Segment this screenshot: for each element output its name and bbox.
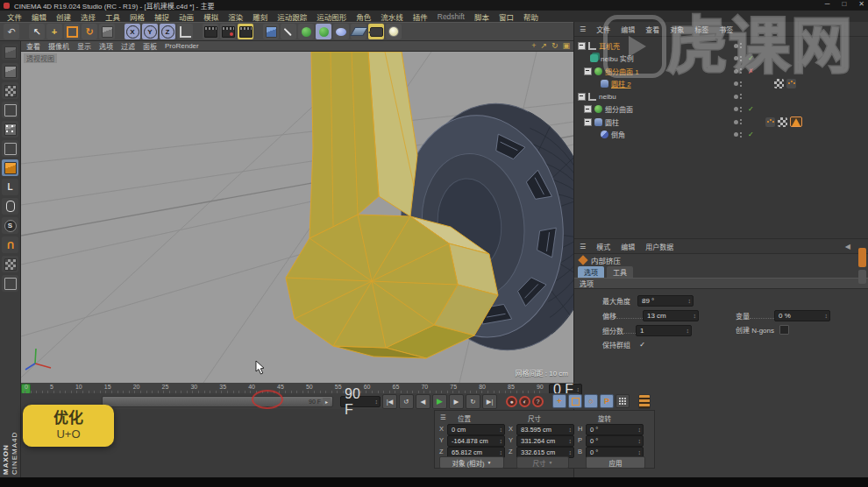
enable-axis-icon[interactable] xyxy=(2,198,18,215)
timeline-range-slider[interactable]: 90 F ▸ xyxy=(102,396,333,407)
menu-edit[interactable]: 编辑 xyxy=(32,11,46,22)
viewport-menu-filter[interactable]: 过滤 xyxy=(121,41,135,51)
scale-tool-icon[interactable] xyxy=(64,24,80,39)
om-menu-edit[interactable]: 编辑 xyxy=(621,25,635,34)
menu-motion-tracker[interactable]: 运动跟踪 xyxy=(277,11,307,22)
minimize-button[interactable]: ─ xyxy=(825,0,830,8)
keyframe-selection-icon[interactable] xyxy=(638,394,651,409)
viewport-zoom-icon[interactable]: ↗ xyxy=(540,41,547,50)
spinner-icon[interactable]: ↕ xyxy=(687,328,690,334)
primitive-cube-icon[interactable] xyxy=(263,24,279,39)
tab-tool[interactable]: 工具 xyxy=(607,266,633,278)
menu-select[interactable]: 选择 xyxy=(81,11,96,22)
phong-tag-icon[interactable] xyxy=(765,117,775,127)
next-frame-button[interactable]: ▶ xyxy=(449,394,464,409)
end-frame-field[interactable]: 90 F↕ xyxy=(340,396,381,407)
object-mode-dropdown[interactable]: 对象 (相对)▼ xyxy=(439,456,504,469)
subdivision-field[interactable]: 1↕ xyxy=(636,325,692,336)
spinner-icon[interactable]: ↕ xyxy=(375,399,379,405)
menu-pipeline[interactable]: 流水线 xyxy=(381,11,403,22)
menu-mograph[interactable]: 运动图形 xyxy=(317,11,346,22)
om-menu-tags[interactable]: 标签 xyxy=(694,25,708,34)
viewport-canvas[interactable]: 透视视图 网格间距 : 10 cm xyxy=(21,52,573,383)
texture-mode-icon[interactable] xyxy=(2,82,18,99)
phong-tag-icon[interactable] xyxy=(786,79,796,88)
keyframe-selection-button[interactable]: ? xyxy=(532,396,544,407)
menu-sculpt[interactable]: 雕刻 xyxy=(253,11,267,22)
axis-mode-icon[interactable]: L xyxy=(2,179,18,195)
spinner-icon[interactable]: ↕ xyxy=(688,298,692,304)
edges-mode-icon[interactable] xyxy=(2,140,18,157)
go-to-start-button[interactable]: |◀ xyxy=(382,394,397,409)
floor-environment-icon[interactable] xyxy=(351,24,366,39)
lock-y-axis-icon[interactable]: Y xyxy=(142,24,158,39)
camera-icon[interactable] xyxy=(368,24,384,39)
spinner-icon[interactable]: ↕ xyxy=(825,313,829,319)
record-scale-toggle[interactable] xyxy=(568,394,582,408)
record-keyframe-button[interactable]: ● xyxy=(506,396,517,407)
tree-row-cylinder-2[interactable]: 圆柱 2 xyxy=(574,78,868,90)
enable-snap-magnet-icon[interactable]: U xyxy=(2,236,18,253)
tree-row-bevel[interactable]: 倒角 ✓ xyxy=(574,129,868,141)
enabled-check-icon[interactable]: ✓ xyxy=(748,54,754,62)
size-x-field[interactable]: 83.595 cm↕ xyxy=(516,424,574,435)
light-icon[interactable] xyxy=(386,24,402,39)
play-backwards-button[interactable]: ↺ xyxy=(399,394,414,409)
last-tool-icon[interactable] xyxy=(99,24,115,39)
move-tool-icon[interactable]: + xyxy=(46,24,62,39)
expander-icon[interactable] xyxy=(578,93,586,101)
spinner-icon[interactable]: ↕ xyxy=(577,386,580,392)
tab-options[interactable]: 选项 xyxy=(578,266,604,278)
previous-frame-button[interactable]: ◀ xyxy=(416,394,430,409)
menu-tools[interactable]: 工具 xyxy=(105,11,120,22)
expander-icon[interactable] xyxy=(584,105,592,113)
texture-tag-icon[interactable] xyxy=(778,117,787,127)
spline-pen-icon[interactable] xyxy=(281,24,296,39)
size-mode-dropdown[interactable]: 尺寸▼ xyxy=(516,456,569,469)
autokey-button[interactable]: ◐ xyxy=(519,396,530,407)
rotate-tool-icon[interactable]: ↻ xyxy=(82,24,97,39)
viewport-menu-camera[interactable]: 摄像机 xyxy=(48,41,69,51)
render-view-icon[interactable] xyxy=(203,24,218,39)
menu-create[interactable]: 创建 xyxy=(56,11,71,22)
hamburger-icon[interactable]: ☰ xyxy=(440,413,446,421)
locked-workplane-icon[interactable] xyxy=(2,275,18,292)
menu-snap[interactable]: 捕捉 xyxy=(154,11,169,22)
history-back-icon[interactable]: ◀ xyxy=(845,243,850,251)
tree-row-neibu[interactable]: neibu xyxy=(574,90,868,102)
menu-script[interactable]: 脚本 xyxy=(474,11,489,22)
enabled-check-icon[interactable]: ✓ xyxy=(748,131,754,138)
expander-icon[interactable] xyxy=(578,42,586,50)
tree-row-subdivision-1[interactable]: 细分曲面 1 ✗ xyxy=(574,65,868,77)
spinner-icon[interactable]: ↕ xyxy=(694,313,697,319)
coordinate-system-icon[interactable] xyxy=(177,24,193,39)
undo-icon[interactable]: ↶ xyxy=(4,24,19,39)
om-menu-bookmarks[interactable]: 书签 xyxy=(719,25,733,34)
record-parameter-toggle[interactable]: P xyxy=(600,394,614,408)
viewport-orbit-icon[interactable]: ↻ xyxy=(551,41,559,50)
max-angle-field[interactable]: 89 °↕ xyxy=(637,295,694,307)
record-position-toggle[interactable]: + xyxy=(552,394,566,408)
menu-file[interactable]: 文件 xyxy=(7,11,22,22)
maximize-button[interactable]: □ xyxy=(842,0,846,8)
rotation-p-field[interactable]: 0 °↕ xyxy=(586,435,644,447)
preserve-groups-checkbox[interactable]: ✓ xyxy=(637,340,647,349)
viewport-menu-panel[interactable]: 面板 xyxy=(143,41,157,51)
viewport-menu-options[interactable]: 选项 xyxy=(99,41,113,51)
points-mode-icon[interactable] xyxy=(2,121,18,138)
deformer-icon[interactable] xyxy=(333,24,349,39)
rotation-h-field[interactable]: 0 °↕ xyxy=(586,424,644,435)
point-level-animation-toggle[interactable] xyxy=(615,394,630,408)
lock-x-axis-icon[interactable]: X xyxy=(125,24,140,39)
tree-row-headphone-shell[interactable]: 耳机壳 xyxy=(574,39,868,52)
lock-z-axis-icon[interactable]: Z xyxy=(160,24,175,39)
menu-character[interactable]: 角色 xyxy=(356,11,371,22)
disabled-cross-icon[interactable]: ✗ xyxy=(748,67,754,75)
close-button[interactable]: ✕ xyxy=(858,0,864,8)
menu-animate[interactable]: 动画 xyxy=(179,11,194,22)
hamburger-icon[interactable]: ☰ xyxy=(580,25,586,33)
apply-button[interactable]: 应用 xyxy=(586,456,645,469)
play-button[interactable]: ▶ xyxy=(432,394,447,409)
variance-field[interactable]: 0 %↕ xyxy=(774,310,830,321)
tree-row-subdivision[interactable]: 细分曲面 ✓ xyxy=(574,103,868,116)
